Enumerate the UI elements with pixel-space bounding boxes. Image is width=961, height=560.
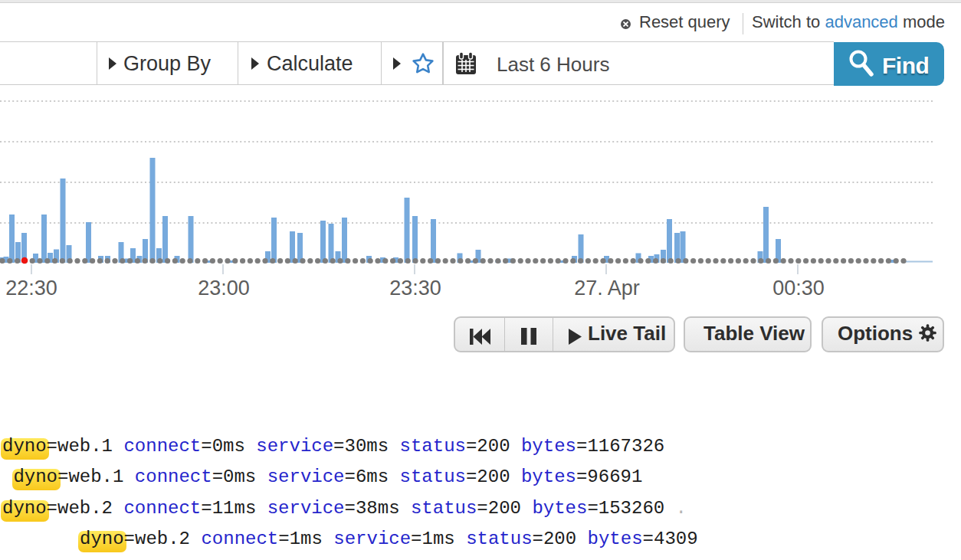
svg-text:00:30: 00:30: [772, 277, 825, 300]
svg-text:22:30: 22:30: [5, 277, 57, 300]
svg-text:23:30: 23:30: [389, 277, 441, 300]
svg-text:27. Apr: 27. Apr: [574, 277, 640, 300]
svg-text:23:00: 23:00: [198, 277, 250, 300]
